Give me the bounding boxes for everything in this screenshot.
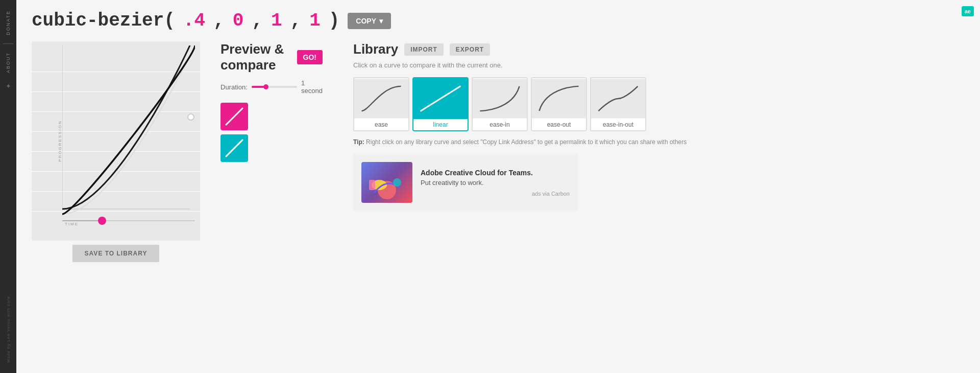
ad-image [361,162,412,203]
import-button[interactable]: IMPORT [404,43,444,56]
duration-row: Duration: 1 second [220,79,323,95]
formula-comma2: , [252,10,263,31]
sidebar-divider [3,43,13,44]
preview-box-teal [220,134,248,162]
main-content: cubic-bezier(.4,0,1,1) COPY ▾ PROGRESSIO… [16,0,980,373]
tip-text: Tip: Right click on any library curve an… [353,138,965,146]
sidebar-credit: Made by Lea Verou with care [6,296,11,363]
sidebar-asterisk: ✦ [6,82,11,90]
library-curves: ease linear ease-in [353,77,965,131]
graph-panel: PROGRESSION [32,41,200,262]
svg-rect-7 [473,79,527,118]
main-curve [62,45,195,222]
preview-curve-teal [224,138,244,158]
ease-in-curve-svg [473,78,527,119]
save-to-library-button[interactable]: SAVE TO LIBRARY [72,245,160,262]
ad-content: Adobe Creative Cloud for Teams. Put crea… [421,169,570,197]
tip-label: Tip: [353,138,364,146]
content-row: PROGRESSION [32,41,965,262]
ease-in-label: ease-in [473,119,527,130]
ease-in-out-label: ease-in-out [591,119,645,130]
library-panel: Library IMPORT EXPORT Click on a curve t… [343,41,965,262]
export-button[interactable]: EXPORT [450,43,490,56]
control-point[interactable] [187,113,194,121]
formula-param2: 0 [233,10,244,31]
svg-rect-13 [369,180,375,190]
sidebar-donate[interactable]: DONATE [6,4,11,41]
formula-display: cubic-bezier(.4,0,1,1) COPY ▾ [32,10,965,31]
copy-arrow: ▾ [379,17,383,25]
time-slider-area [62,220,195,221]
formula-suffix: ) [329,10,340,31]
copy-label: COPY [356,17,376,25]
preview-header: Preview & compare GO! [220,41,323,73]
linear-curve-svg [413,78,468,119]
ad-subtitle: Put creativity to work. [421,179,570,186]
formula-comma3: , [290,10,302,31]
time-slider-thumb[interactable] [98,217,106,225]
formula-param3: 1 [271,10,282,31]
ease-curve-svg [354,78,408,119]
curve-card-linear[interactable]: linear [412,77,469,131]
preview-panel: Preview & compare GO! Duration: 1 second [220,41,323,262]
duration-value: 1 second [301,79,323,95]
preview-boxes [220,103,323,162]
x-axis-label: TIME [65,222,79,226]
svg-rect-4 [354,79,408,118]
linear-label: linear [413,119,468,130]
ease-in-out-curve-svg [591,78,645,119]
duration-thumb[interactable] [263,84,268,89]
ad-via: ads via Carbon [421,191,570,197]
formula-prefix: cubic-bezier( [32,10,175,31]
curve-card-ease-out[interactable]: ease-out [531,77,587,131]
formula-comma1: , [213,10,225,31]
copy-button[interactable]: COPY ▾ [348,13,391,29]
svg-line-3 [226,140,242,156]
ad-title: Adobe Creative Cloud for Teams. [421,169,570,177]
curve-card-ease-in[interactable]: ease-in [472,77,528,131]
sidebar-about[interactable]: About [6,46,11,79]
duration-label: Duration: [220,83,248,91]
library-header: Library IMPORT EXPORT [353,41,965,57]
ad-panel[interactable]: Adobe Creative Cloud for Teams. Put crea… [353,154,578,211]
ease-out-curve-svg [532,78,586,119]
curve-card-ease[interactable]: ease [353,77,409,131]
svg-rect-8 [532,79,586,118]
sidebar: DONATE About ✦ Made by Lea Verou with ca… [0,0,16,373]
preview-curve-pink [224,106,244,127]
formula-param1: .4 [183,10,205,31]
ease-label: ease [354,119,408,130]
ad-image-decor [361,162,412,203]
svg-point-12 [393,178,401,186]
library-subtitle: Click on a curve to compare it with the … [353,61,965,69]
duration-slider[interactable] [252,86,297,88]
preview-box-pink [220,103,248,130]
library-title: Library [353,41,398,57]
ease-out-label: ease-out [532,119,586,130]
formula-param4: 1 [309,10,321,31]
curve-card-ease-in-out[interactable]: ease-in-out [590,77,646,131]
time-slider-track[interactable] [62,220,195,221]
tip-content: Right click on any library curve and sel… [364,138,687,146]
svg-line-2 [226,108,242,125]
bezier-graph[interactable]: PROGRESSION [32,41,200,241]
y-axis-label: PROGRESSION [58,120,62,162]
preview-title: Preview & compare [220,41,291,73]
go-button[interactable]: GO! [297,50,323,64]
